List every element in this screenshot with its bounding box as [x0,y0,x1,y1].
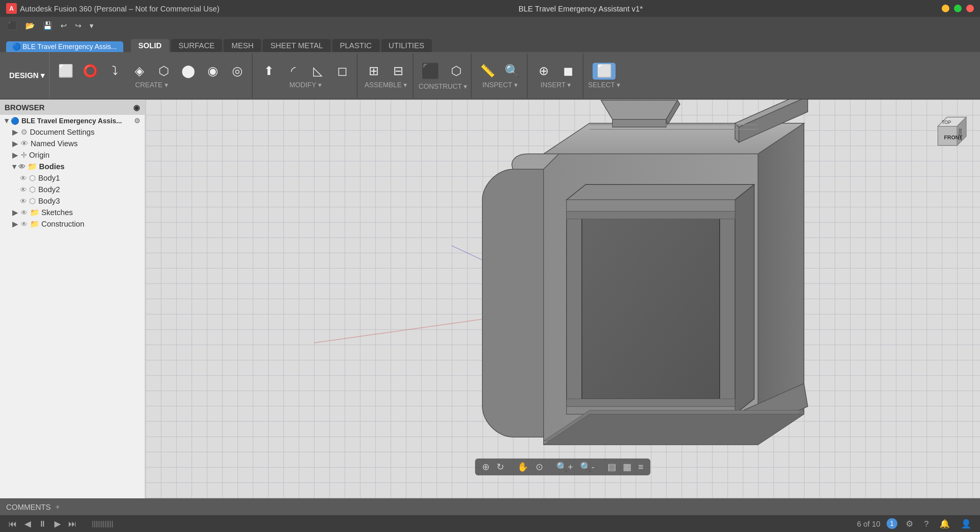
browser-named-views[interactable]: ▶ 👁 Named Views [0,138,145,149]
browser-body1[interactable]: 👁 ⬡ Body1 [0,172,145,184]
assemble-label: ASSEMBLE ▾ [364,81,407,88]
body1-eye[interactable]: 👁 [20,174,27,182]
tb-revolve[interactable]: ⭕ [79,62,102,79]
nav-grid[interactable]: ▦ [621,460,634,474]
qa-open[interactable]: 📂 [22,20,38,31]
browser-sketches[interactable]: ▶ 👁 📁 Sketches [0,207,145,218]
sketches-expand-icon: ▶ [12,208,18,217]
browser-root-item[interactable]: ▾ 🔵 BLE Travel Emergency Assis... ⚙ [0,115,145,126]
nav-more[interactable]: ≡ [636,460,646,474]
body2-eye[interactable]: 👁 [20,186,27,193]
tb-offset-plane[interactable]: ⬛ [418,61,443,81]
main-toolbar: DESIGN ▾ ⬜ ⭕ ⤵ ◈ ⬡ ⬤ ◉ ◎ CREATE ▾ ⬆ ◜ ◺ … [0,52,980,100]
play-first[interactable]: ⏮ [6,518,19,529]
nav-orbit[interactable]: ↻ [494,460,506,474]
nav-first[interactable]: ⊕ [480,460,492,474]
body1-label: Body1 [38,174,60,182]
toolbar-construct-section: ⬛ ⬡ CONSTRUCT ▾ [415,53,472,98]
main-area: BROWSER ◉ ▾ 🔵 BLE Travel Emergency Assis… [0,100,980,498]
select-label: SELECT ▾ [588,81,621,88]
3d-model [390,100,819,498]
notification-count[interactable]: 1 [887,518,897,529]
tab-surface[interactable]: SURFACE [171,39,222,52]
tb-press-pull[interactable]: ⬆ [257,62,280,79]
browser-body3[interactable]: 👁 ⬡ Body3 [0,195,145,207]
origin-label: Origin [29,151,49,159]
tab-sheet-metal[interactable]: SHEET METAL [263,39,331,52]
notifications-btn[interactable]: 🔔 [937,518,952,529]
play-prev[interactable]: ◀ [22,518,33,529]
tb-insert-mesh[interactable]: ◼ [557,62,580,79]
qa-new[interactable]: ⬛ [5,20,20,31]
design-label[interactable]: DESIGN ▾ [5,52,50,99]
tb-cylinder[interactable]: ⬤ [177,62,200,79]
settings-btn[interactable]: ⚙ [903,518,916,529]
titlebar: A Autodesk Fusion 360 (Personal – Not fo… [0,0,980,17]
browser-bodies[interactable]: ▾ 👁 📁 Bodies [0,161,145,172]
minimize-btn[interactable] [942,5,949,12]
tb-select[interactable]: ⬜ [593,62,616,79]
tb-measure[interactable]: 📏 [476,62,499,79]
qa-undo[interactable]: ↩ [57,20,70,31]
tb-shell[interactable]: ◻ [331,62,354,79]
tb-extrude[interactable]: ⬜ [54,62,77,79]
tb-loft[interactable]: ◈ [128,62,151,79]
tb-insert-derive[interactable]: ⊕ [532,62,555,79]
close-btn[interactable] [966,5,974,12]
play-next[interactable]: ▶ [52,518,63,529]
viewport-3d[interactable]: FRONT TOP RIGHT ⊕ ↻ ✋ ⊙ 🔍+ 🔍- ▤ ▦ ≡ [145,100,980,498]
browser-origin[interactable]: ▶ ✛ Origin [0,149,145,161]
comments-add[interactable]: + [56,503,60,511]
browser-construction[interactable]: ▶ 👁 📁 Construction [0,218,145,230]
svg-text:TOP: TOP [942,120,951,125]
tab-plastic[interactable]: PLASTIC [332,39,379,52]
nav-pan[interactable]: ✋ [515,460,531,474]
tb-midplane[interactable]: ⬡ [445,62,468,79]
tb-torus[interactable]: ◎ [226,62,249,79]
nav-display[interactable]: ▤ [605,460,618,474]
svg-marker-12 [612,119,666,127]
tab-utilities[interactable]: UTILITIES [381,39,432,52]
user-btn[interactable]: 👤 [959,518,974,529]
tb-fillet[interactable]: ◜ [282,62,305,79]
tb-new-component[interactable]: ⊞ [362,62,385,79]
tb-sweep[interactable]: ⤵ [103,62,126,79]
app-logo: A [6,3,17,14]
qa-save[interactable]: 💾 [40,20,55,31]
play-pause[interactable]: ⏸ [36,518,49,529]
construction-eye[interactable]: 👁 [21,220,28,228]
tb-interference[interactable]: 🔍 [501,62,524,79]
bodies-eye[interactable]: 👁 [18,163,25,170]
named-views-label: Named Views [31,139,78,148]
sketches-folder-icon: 📁 [30,208,39,217]
nav-zoom-out[interactable]: 🔍- [578,460,597,474]
qa-dropdown[interactable]: ▾ [87,20,96,31]
tabs-bar: 🔵 BLE Travel Emergency Assis... SOLID SU… [0,34,980,52]
browser-doc-settings[interactable]: ▶ ⚙ Document Settings [0,126,145,138]
tb-joint[interactable]: ⊟ [387,62,410,79]
nav-zoom-in[interactable]: 🔍+ [554,460,575,474]
help-btn[interactable]: ? [922,518,931,529]
play-last[interactable]: ⏭ [66,518,79,529]
browser-body2[interactable]: 👁 ⬡ Body2 [0,184,145,195]
qa-redo[interactable]: ↪ [72,20,84,31]
comments-bar: COMMENTS + [0,498,980,515]
sketches-eye[interactable]: 👁 [21,209,28,216]
tab-design-file[interactable]: 🔵 BLE Travel Emergency Assis... [6,41,123,52]
views-icon: 👁 [21,139,28,148]
view-cube[interactable]: FRONT TOP RIGHT [926,107,972,153]
tb-sphere[interactable]: ◉ [201,62,224,79]
maximize-btn[interactable] [954,5,962,12]
bodies-expand-icon: ▾ [12,162,16,171]
tab-solid[interactable]: SOLID [131,39,169,52]
nav-zoom-selected[interactable]: ⊙ [533,460,546,474]
browser-toggle[interactable]: ◉ [133,103,140,111]
modify-row: ⬆ ◜ ◺ ◻ [257,62,354,79]
tb-box[interactable]: ⬡ [152,62,175,79]
tab-mesh[interactable]: MESH [224,39,261,52]
timeline-controls: |||||||||||| [90,519,116,528]
insert-label: INSERT ▾ [541,81,571,88]
settings-icon[interactable]: ⚙ [134,117,140,124]
body3-eye[interactable]: 👁 [20,197,27,205]
tb-chamfer[interactable]: ◺ [306,62,329,79]
